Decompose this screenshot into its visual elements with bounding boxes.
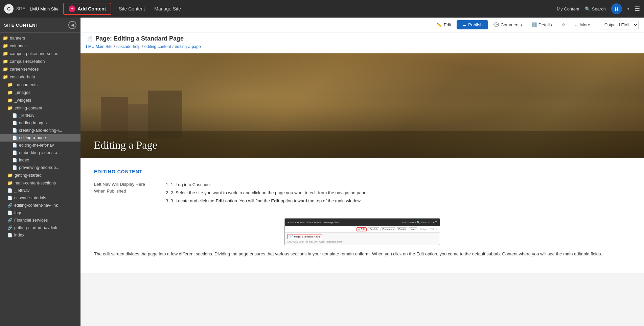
tree-item[interactable]: 📄embedding-videos-a... <box>0 149 80 156</box>
user-menu-chevron[interactable]: ▾ <box>627 7 629 11</box>
app-logo[interactable]: C <box>4 4 14 14</box>
tree-item[interactable]: 📄adding-images <box>0 119 80 127</box>
hero-image-overlay <box>80 53 644 158</box>
breadcrumb-item[interactable]: editing-a-page <box>175 44 201 49</box>
breadcrumb-item[interactable]: editing-content <box>144 44 171 49</box>
page-icon: 📄 <box>12 113 17 118</box>
tree-item-label: faqs <box>14 210 22 215</box>
description-text: The edit screen divides the page into a … <box>94 251 630 258</box>
tree-item-label: calendar <box>10 44 26 48</box>
folder-icon: 📁 <box>3 67 8 72</box>
symlink-icon: 🔗 <box>7 225 13 230</box>
top-nav-right: My Content 🔍 Search H ▾ ☰ <box>557 3 640 14</box>
tree-item[interactable]: 🔗Financial services <box>0 217 80 224</box>
tree-item[interactable]: 📁career-services <box>0 65 80 73</box>
main-layout: SITE CONTENT ◀ 📁banners📁calendar📁campus-… <box>0 18 644 326</box>
page-title: 📄 Page: Editing a Standard Page <box>86 35 639 42</box>
breadcrumb-item[interactable]: cascade-help <box>116 44 140 49</box>
site-name[interactable]: LMU Main Site <box>30 6 59 11</box>
sidebar-collapse-button[interactable]: ◀ <box>68 21 76 29</box>
tree-item-label: campus-police-and-secur... <box>10 51 61 56</box>
tree-item[interactable]: 📁_images <box>0 89 80 96</box>
tree-item[interactable]: 📄previewing-and-sub... <box>0 164 80 171</box>
tree-item[interactable]: 📄index <box>0 156 80 164</box>
edit-button[interactable]: ✏️ Edit <box>433 20 455 29</box>
page-icon: 📄 <box>7 233 13 237</box>
tree-item-label: getting-started <box>15 173 42 178</box>
comment-icon: 💬 <box>493 22 499 27</box>
folder-icon: 📁 <box>7 90 13 95</box>
site-content-link[interactable]: Site Content <box>115 4 148 14</box>
tree-item[interactable]: 📁calendar <box>0 42 80 50</box>
tree-item[interactable]: 📄cascade-tutorials <box>0 194 80 202</box>
tree-item[interactable]: 📄creating-and-editing-l... <box>0 127 80 134</box>
symlink-icon: 🔗 <box>7 218 13 223</box>
tree-item-label: main-content-sections <box>15 181 56 185</box>
sidebar-header: SITE CONTENT ◀ <box>0 18 80 33</box>
breadcrumb-separator: / <box>142 44 143 49</box>
page-header: 📄 Page: Editing a Standard Page LMU Main… <box>80 32 644 53</box>
tree-item-label: previewing-and-sub... <box>19 165 60 170</box>
tree-item[interactable]: 📄faqs <box>0 209 80 217</box>
tree-item-label: embedding-videos-a... <box>19 150 61 155</box>
tree-item[interactable]: 📄editing-the-left-nav <box>0 142 80 149</box>
content-area: ✏️ Edit ☁ Publish 💬 Comments ℹ️ Details … <box>80 18 644 326</box>
tree-item[interactable]: 📄index <box>0 231 80 239</box>
tree-item-label: cascade-tutorials <box>14 196 46 200</box>
publish-button[interactable]: ☁ Publish <box>457 20 488 29</box>
tree-item-label: campus-recreation <box>10 59 45 64</box>
page-icon: 📄 <box>12 150 17 155</box>
sc-content: 📄 Page: Standard Page LMU-QA / Dept-Top-… <box>285 233 440 245</box>
sidebar-tree: 📁banners📁calendar📁campus-police-and-secu… <box>0 33 80 240</box>
page-icon: 📄 <box>12 158 17 162</box>
page-icon: 📄 <box>12 121 17 125</box>
tree-item[interactable]: 📁editing-content <box>0 104 80 112</box>
tree-item[interactable]: 📁_widgets <box>0 96 80 104</box>
tree-item-label: creating-and-editing-l... <box>19 128 62 133</box>
favorite-button[interactable]: ☆ <box>557 20 570 29</box>
user-avatar[interactable]: H <box>611 3 622 14</box>
sc-topbar: + Add Content Site Content Manage Site M… <box>285 219 440 226</box>
folder-icon: 📁 <box>3 59 8 64</box>
comments-button[interactable]: 💬 Comments <box>489 20 526 29</box>
breadcrumb-separator: / <box>114 44 115 49</box>
more-button[interactable]: ··· More <box>571 20 594 29</box>
sidebar-title: SITE CONTENT <box>4 23 38 28</box>
symlink-icon: 🔗 <box>7 203 13 208</box>
pencil-icon: ✏️ <box>437 22 442 27</box>
details-button[interactable]: ℹ️ Details <box>527 20 556 29</box>
site-label: SITE: <box>16 6 26 11</box>
folder-icon: 📁 <box>7 173 13 178</box>
star-icon: ☆ <box>561 22 566 27</box>
tree-item-label: index <box>19 158 29 162</box>
tree-item[interactable]: 📁getting-started <box>0 171 80 179</box>
step-item: 3. Locate and click the Edit option. You… <box>166 197 630 205</box>
search-button[interactable]: 🔍 Search <box>585 6 606 11</box>
tree-item[interactable]: 🔗editing-content-nav-link <box>0 202 80 209</box>
tree-item[interactable]: 📁campus-recreation <box>0 57 80 65</box>
tree-item[interactable]: 📄_leftNav <box>0 112 80 119</box>
tree-item[interactable]: 📁campus-police-and-secur... <box>0 50 80 57</box>
content-toolbar: ✏️ Edit ☁ Publish 💬 Comments ℹ️ Details … <box>80 18 644 32</box>
tree-item[interactable]: 🔗getting-started-nav-link <box>0 224 80 231</box>
tree-item[interactable]: 📁cascade-help <box>0 73 80 81</box>
sidebar: SITE CONTENT ◀ 📁banners📁calendar📁campus-… <box>0 18 80 326</box>
steps-list: 1. Log into Cascade.2. Select the site y… <box>166 181 630 205</box>
tree-item-label: getting-started-nav-link <box>14 225 57 230</box>
tree-item[interactable]: 📁main-content-sections <box>0 179 80 187</box>
toolbar-divider <box>597 22 597 28</box>
page-icon: 📄 <box>7 196 13 200</box>
folder-icon: 📁 <box>3 35 8 41</box>
folder-icon: 📁 <box>7 98 13 103</box>
tree-item[interactable]: 📄editing-a-page <box>0 134 80 142</box>
breadcrumb-item[interactable]: LMU Main Site <box>86 44 113 49</box>
my-content-link[interactable]: My Content <box>557 6 579 11</box>
tree-item-label: editing-a-page <box>19 135 46 140</box>
add-content-button[interactable]: + Add Content <box>63 3 111 15</box>
tree-item[interactable]: 📁banners <box>0 34 80 42</box>
manage-site-link[interactable]: Manage Site <box>151 4 184 14</box>
tree-item[interactable]: 📁_documents <box>0 81 80 89</box>
hamburger-menu[interactable]: ☰ <box>635 5 640 12</box>
tree-item[interactable]: 📄_leftNav <box>0 187 80 194</box>
output-format-select[interactable]: Output: HTML <box>600 21 639 29</box>
